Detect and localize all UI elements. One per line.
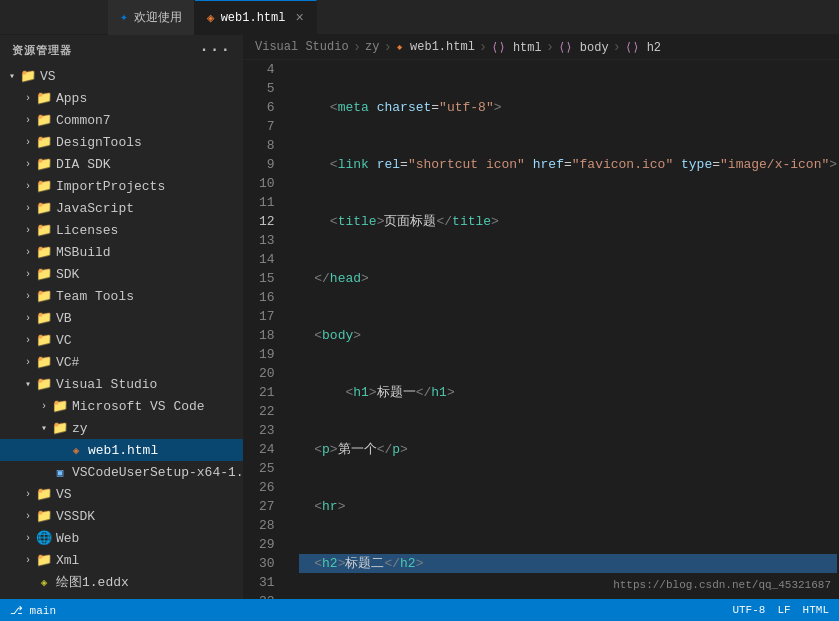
line-num-16: 16 (259, 288, 275, 307)
line-num-20: 20 (259, 364, 275, 383)
tree-item-vs-root[interactable]: 📁 VS (0, 65, 243, 87)
sidebar-item-web[interactable]: 🌐 Web (0, 527, 243, 549)
sidebar-item-vs2[interactable]: 📁 VS (0, 483, 243, 505)
sidebar-item-diasdk[interactable]: 📁 DIA SDK (0, 153, 243, 175)
xml-label: Xml (56, 553, 79, 568)
vscodeusersetup-label: VSCodeUserSetup-x64-1.53.2.exe (72, 465, 243, 480)
folder-icon-xml: 📁 (36, 552, 52, 568)
line-num-14: 14 (259, 250, 275, 269)
breadcrumb-zy[interactable]: zy (365, 40, 379, 54)
microsoftvscode-label: Microsoft VS Code (72, 399, 205, 414)
sidebar-item-importprojects[interactable]: 📁 ImportProjects (0, 175, 243, 197)
sidebar-item-teamtools[interactable]: 📁 Team Tools (0, 285, 243, 307)
folder-icon-vcsharp: 📁 (36, 354, 52, 370)
code-line-5: <link rel="shortcut icon" href="favicon.… (299, 155, 837, 174)
line-num-29: 29 (259, 535, 275, 554)
sidebar-item-licenses[interactable]: 📁 Licenses (0, 219, 243, 241)
chevron-web (20, 530, 36, 546)
line-num-4: 4 (259, 60, 275, 79)
tabs: ✦ 欢迎使用 ◈ web1.html × (108, 0, 831, 35)
folder-icon-zy: 📁 (52, 420, 68, 436)
folder-icon-vssdk: 📁 (36, 508, 52, 524)
sidebar-item-vscodeusersetup[interactable]: ▣ VSCodeUserSetup-x64-1.53.2.exe (0, 461, 243, 483)
line-num-13: 13 (259, 231, 275, 250)
sidebar-header: 资源管理器 ··· (0, 35, 243, 65)
tab-web1html[interactable]: ◈ web1.html × (195, 0, 317, 35)
sidebar-item-vcsharp[interactable]: 📁 VC# (0, 351, 243, 373)
sidebar-item-javascript[interactable]: 📁 JavaScript (0, 197, 243, 219)
chevron-common7 (20, 112, 36, 128)
sidebar-item-xml[interactable]: 📁 Xml (0, 549, 243, 571)
web-label: Web (56, 531, 79, 546)
folder-icon-visualstudio: 📁 (36, 376, 52, 392)
sidebar-item-visualstudio[interactable]: 📁 Visual Studio (0, 373, 243, 395)
breadcrumb-visualstudio[interactable]: Visual Studio (255, 40, 349, 54)
licenses-label: Licenses (56, 223, 118, 238)
folder-icon-licenses: 📁 (36, 222, 52, 238)
sidebar-item-microsoftvscode[interactable]: 📁 Microsoft VS Code (0, 395, 243, 417)
sidebar-item-common7[interactable]: 📁 Common7 (0, 109, 243, 131)
line-num-23: 23 (259, 421, 275, 440)
folder-icon-vs2: 📁 (36, 486, 52, 502)
sidebar-item-msbuild[interactable]: 📁 MSBuild (0, 241, 243, 263)
code-content[interactable]: <meta charset="utf-8"> <link rel="shortc… (291, 60, 839, 599)
folder-icon-common7: 📁 (36, 112, 52, 128)
sidebar-item-vc[interactable]: 📁 VC (0, 329, 243, 351)
folder-icon-vs-root: 📁 (20, 68, 36, 84)
line-num-6: 6 (259, 98, 275, 117)
breadcrumb-h2[interactable]: ⟨⟩ h2 (625, 40, 661, 55)
sidebar-item-zy[interactable]: 📁 zy (0, 417, 243, 439)
tab-welcome[interactable]: ✦ 欢迎使用 (108, 0, 195, 35)
chevron-vs-root (4, 68, 20, 84)
breadcrumb-html[interactable]: ⟨⟩ html (491, 40, 541, 55)
code-line-6: <title>页面标题</title> (299, 212, 837, 231)
chevron-microsoftvscode (36, 398, 52, 414)
status-lang[interactable]: HTML (803, 604, 829, 616)
sidebar-item-designtools[interactable]: 📁 DesignTools (0, 131, 243, 153)
vs-root-label: VS (40, 69, 56, 84)
code-editor[interactable]: 4 5 6 7 8 9 10 11 12 13 14 15 16 17 18 1… (243, 60, 839, 599)
folder-icon-teamtools: 📁 (36, 288, 52, 304)
chevron-apps (20, 90, 36, 106)
vc-label: VC (56, 333, 72, 348)
file-icon-web1html: ◈ (68, 442, 84, 458)
welcome-icon: ✦ (120, 9, 128, 25)
designtools-label: DesignTools (56, 135, 142, 150)
chevron-diasdk (20, 156, 36, 172)
sidebar-item-web1html[interactable]: ◈ web1.html (0, 439, 243, 461)
common7-label: Common7 (56, 113, 111, 128)
visualstudio-label: Visual Studio (56, 377, 157, 392)
web1html-label: web1.html (88, 443, 158, 458)
diasdk-label: DIA SDK (56, 157, 111, 172)
tab-close-button[interactable]: × (295, 10, 303, 26)
sidebar-item-vssdk[interactable]: 📁 VSSDK (0, 505, 243, 527)
chevron-sdk (20, 266, 36, 282)
breadcrumb-web1html[interactable]: ⬥ web1.html (396, 40, 475, 54)
line-num-10: 10 (259, 174, 275, 193)
line-num-24: 24 (259, 440, 275, 459)
teamtools-label: Team Tools (56, 289, 134, 304)
folder-icon-vb: 📁 (36, 310, 52, 326)
line-num-30: 30 (259, 554, 275, 573)
status-encoding[interactable]: UTF-8 (732, 604, 765, 616)
status-left: ⎇ main (10, 604, 56, 617)
sidebar-item-vb[interactable]: 📁 VB (0, 307, 243, 329)
sidebar-item-huitu[interactable]: ◈ 绘图1.eddx (0, 571, 243, 593)
importprojects-label: ImportProjects (56, 179, 165, 194)
chevron-zy (36, 420, 52, 436)
status-lineend[interactable]: LF (777, 604, 790, 616)
sidebar-item-sdk[interactable]: 📁 SDK (0, 263, 243, 285)
line-num-32: 32 (259, 592, 275, 599)
chevron-vcsharp (20, 354, 36, 370)
breadcrumb-sep5: › (613, 39, 621, 55)
code-line-9: <h1>标题一</h1> (299, 383, 837, 402)
huitu-label: 绘图1.eddx (56, 573, 129, 591)
breadcrumb-body[interactable]: ⟨⟩ body (558, 40, 608, 55)
chevron-vs2 (20, 486, 36, 502)
vcsharp-label: VC# (56, 355, 79, 370)
sidebar-more-button[interactable]: ··· (199, 41, 231, 59)
sidebar-item-apps[interactable]: 📁 Apps (0, 87, 243, 109)
line-num-12: 12 (259, 212, 275, 231)
line-num-17: 17 (259, 307, 275, 326)
line-num-21: 21 (259, 383, 275, 402)
